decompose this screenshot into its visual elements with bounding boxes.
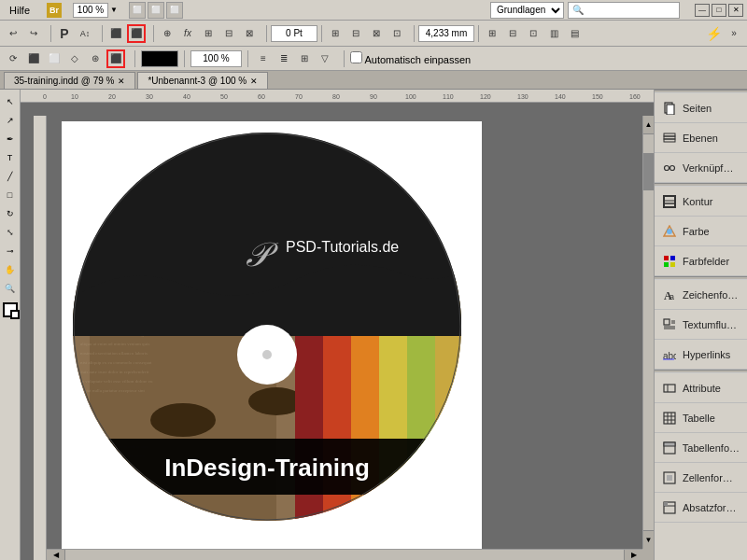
stroke-icon [662,194,677,209]
panel-item-zeichenfo[interactable]: Aa Zeichenfo… [655,280,747,310]
search-box[interactable]: 🔍 [568,2,680,19]
mm-input[interactable] [418,25,474,42]
fit3-btn[interactable]: ⊠ [367,24,386,43]
t2-align4[interactable]: ▽ [316,49,334,68]
extra-btn[interactable]: » [725,24,743,43]
panel-item-seiten[interactable]: Seiten [655,93,747,123]
fit4-btn[interactable]: ⊡ [388,24,406,43]
color-swatch[interactable] [141,50,178,67]
transform-btn[interactable]: ⬛ [106,24,125,43]
t2-btn1[interactable]: ⟳ [4,49,22,68]
panel-item-hyperlinks[interactable]: abc Hyperlinks [655,340,747,370]
scale-tool[interactable]: ⤡ [2,224,19,241]
zoom-input[interactable] [73,3,108,18]
panel-item-kontur[interactable]: Kontur [655,187,747,217]
zoom2-input[interactable] [190,50,242,67]
fit2-btn[interactable]: ⊟ [346,24,365,43]
panel-item-farbfelder[interactable]: Farbfelder [655,246,747,276]
svg-rect-85 [664,442,675,446]
t2-btn2[interactable]: ⬛ [24,49,43,68]
text-tool[interactable]: T [2,149,19,166]
tab-unbenannt-label: *Unbenannt-3 @ 100 % [148,76,247,86]
scroll-thumb-v[interactable] [643,153,654,190]
eyedropper-tool[interactable]: ⊸ [2,243,19,259]
align2-btn[interactable]: ⊟ [503,24,522,43]
rotate-tool[interactable]: ↻ [2,205,19,222]
grid-btn[interactable]: ⊞ [199,24,218,43]
select-tool[interactable]: ↖ [2,93,19,110]
autofit-label: Automatisch einpassen [350,51,471,65]
panel-label-textumfl: Textumflu… [683,319,737,330]
panel-item-tabellenfo[interactable]: Tabellenfo… [655,433,747,463]
grid3-btn[interactable]: ⊠ [240,24,259,43]
scroll-left-btn[interactable]: ◀ [47,550,65,560]
panel-item-ebenen[interactable]: Ebenen [655,123,747,153]
rect-tool[interactable]: □ [2,187,19,203]
zoom-fit-btn[interactable]: ⊕ [158,24,176,43]
maximize-button[interactable]: □ [712,4,726,17]
close-button[interactable]: ✕ [728,4,743,17]
align1-btn[interactable]: ⊞ [483,24,501,43]
tab-unbenannt-close[interactable]: ✕ [250,77,258,86]
panel-item-absatzfor[interactable]: Absatzfor… [655,493,747,523]
scroll-right-btn[interactable]: ▶ [624,550,642,560]
menu-hilfe[interactable]: Hilfe [4,3,35,18]
t2-align2[interactable]: ≣ [275,49,293,68]
panel-item-verknuepf[interactable]: Verknüpf… [655,153,747,183]
pt-input[interactable] [271,25,317,42]
links-icon [662,161,677,175]
panel-item-tabelle[interactable]: Tabelle [655,403,747,433]
left-tools-panel: ↖ ↗ ✒ T ╱ □ ↻ ⤡ ⊸ ✋ 🔍 [0,90,21,560]
svg-text:120: 120 [480,93,491,100]
panel-item-textumfl[interactable]: Textumflu… [655,310,747,340]
undo-button[interactable]: ↩ [4,24,22,43]
redo-button[interactable]: ↪ [24,24,43,43]
svg-text:0: 0 [43,93,47,100]
panel-item-farbe[interactable]: Farbe [655,217,747,246]
stroke-btn[interactable]: ⬛ [127,24,146,43]
scroll-up-btn[interactable]: ▲ [643,116,654,134]
direct-select-tool[interactable]: ↗ [2,112,19,129]
line-tool[interactable]: ╱ [2,168,19,185]
tb-icon-1[interactable]: ⬜ [129,2,146,19]
char-tool-btn[interactable]: A↕ [76,24,94,43]
t2-align1[interactable]: ≡ [254,49,273,68]
t2-align3[interactable]: ⊞ [295,49,314,68]
align3-btn[interactable]: ⊡ [524,24,543,43]
workspace-dropdown[interactable]: Grundlagen [490,2,564,19]
align4-btn[interactable]: ▥ [544,24,563,43]
t2-btn4[interactable]: ◇ [65,49,84,68]
fill-stroke-indicator[interactable] [3,302,18,317]
scrollbar-horizontal[interactable]: ◀ ▶ [47,549,642,560]
tb-icon-2[interactable]: ⬜ [148,2,164,19]
tab-unbenannt[interactable]: *Unbenannt-3 @ 100 % ✕ [137,72,268,89]
scroll-down-btn[interactable]: ▼ [643,530,654,549]
table-icon [662,411,677,426]
zoom-control: ▼ [73,3,118,18]
tab-training-close[interactable]: ✕ [118,77,125,86]
t2-btn5[interactable]: ⊛ [86,49,105,68]
panel-item-zellenfor[interactable]: Zellenfor… [655,463,747,493]
text-tool-btn[interactable]: P [55,24,74,43]
t2-btn6[interactable]: ⬛ [106,49,125,68]
tb-icon-3[interactable]: ⬜ [166,2,183,19]
autofit-checkbox[interactable] [350,51,362,63]
zoom-tool[interactable]: 🔍 [2,280,19,297]
minimize-button[interactable]: — [695,4,710,17]
separator-4 [266,25,267,42]
textwrap-icon [662,317,677,332]
panel-label-zellenfor: Zellenfor… [683,472,733,483]
fit-btn[interactable]: ⊞ [326,24,345,43]
zoom-dropdown-icon[interactable]: ▼ [110,6,118,14]
hand-tool[interactable]: ✋ [2,261,19,278]
t2-btn3[interactable]: ⬜ [45,49,63,68]
pen-tool[interactable]: ✒ [2,131,19,147]
grid2-btn[interactable]: ⊟ [219,24,238,43]
panel-item-attribute[interactable]: Attribute [655,373,747,403]
tab-training[interactable]: 35-training.indd @ 79 % ✕ [4,72,135,89]
menubar: Hilfe Br ▼ ⬜ ⬜ ⬜ Grundlagen 🔍 — □ ✕ [0,0,747,21]
align5-btn[interactable]: ▤ [565,24,584,43]
scrollbar-vertical[interactable]: ▲ ▼ [642,116,654,549]
lightning-btn[interactable]: ⚡ [704,24,723,43]
fx-btn[interactable]: fx [178,24,197,43]
